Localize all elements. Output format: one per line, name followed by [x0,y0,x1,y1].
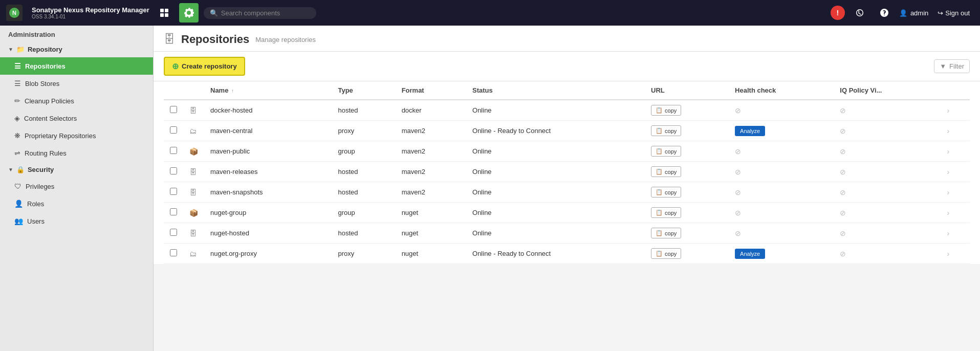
row-checkbox[interactable] [170,106,177,113]
row-checkbox[interactable] [170,188,177,195]
col-status[interactable]: Status [466,81,645,100]
settings-icon-btn[interactable] [179,3,199,23]
copy-icon: 📋 [656,168,663,175]
sidebar-item-cleanup-policies[interactable]: ✏ Cleanup Policies [0,92,153,109]
copy-url-button[interactable]: 📋 copy [651,248,681,259]
row-status: Online [466,141,645,162]
svg-text:N: N [12,10,16,16]
user-section[interactable]: 👤 admin [899,9,928,17]
copy-url-button[interactable]: 📋 copy [651,146,681,157]
row-name: nuget-group [204,203,332,223]
row-expand-icon[interactable]: › [947,147,949,156]
row-type: hosted [332,100,395,121]
row-chevron-cell: › [941,121,970,141]
analyze-button[interactable]: Analyze [735,126,765,136]
row-expand-icon[interactable]: › [947,250,949,258]
row-health-check: Analyze [729,121,834,141]
row-expand-icon[interactable]: › [947,209,949,217]
row-status: Online [466,100,645,121]
sidebar-group-repository[interactable]: ▼ 📁 Repository [0,41,153,57]
create-repository-button[interactable]: ⊕ Create repository [164,57,245,76]
page-subtitle: Manage repositories [255,36,316,43]
filter-box[interactable]: ▼ Filter [934,59,970,73]
search-icon: 🔍 [210,9,218,17]
col-name[interactable]: Name ↑ [204,81,332,100]
row-type: group [332,141,395,162]
sidebar-item-label: Repositories [25,62,66,70]
sidebar-item-content-selectors[interactable]: ◈ Content Selectors [0,109,153,127]
row-health-check: ⊘ [729,141,834,162]
copy-url-button[interactable]: 📋 copy [651,228,681,238]
repo-type-icon: 🗄 [189,229,197,237]
repo-type-icon: 🗂 [189,127,197,135]
signout-btn[interactable]: ↪ Sign out [933,7,974,19]
copy-url-button[interactable]: 📋 copy [651,125,681,136]
row-checkbox[interactable] [170,229,177,236]
row-chevron-cell: › [941,203,970,223]
row-checkbox[interactable] [170,167,177,174]
row-iq-policy: ⊘ [834,223,941,244]
svg-rect-2 [160,9,164,12]
plus-icon: ⊕ [172,61,179,71]
sidebar-group-security[interactable]: ▼ 🔒 Security [0,162,153,178]
copy-url-button[interactable]: 📋 copy [651,166,681,177]
row-health-check: ⊘ [729,223,834,244]
row-iq-policy: ⊘ [834,162,941,182]
sidebar-group-label: Repository [28,46,62,53]
col-type[interactable]: Type [332,81,395,100]
row-expand-icon[interactable]: › [947,188,949,196]
sidebar-item-privileges[interactable]: 🛡 Privileges [0,178,153,195]
row-checkbox[interactable] [170,126,177,134]
repositories-icon: ☰ [14,62,21,70]
row-expand-icon[interactable]: › [947,106,949,115]
col-format[interactable]: Format [396,81,466,100]
copy-url-button[interactable]: 📋 copy [651,187,681,198]
admin-section-header: Administration [0,26,153,41]
help-icon-btn[interactable] [875,3,894,23]
copy-icon: 📋 [656,230,663,236]
row-checkbox[interactable] [170,249,177,256]
row-type: group [332,203,395,223]
table-header-row: Name ↑ Type Format Status URL Health che… [164,81,970,100]
sidebar-item-users[interactable]: 👥 Users [0,212,153,230]
row-expand-icon[interactable]: › [947,229,949,237]
col-actions [941,81,970,100]
analyze-button[interactable]: Analyze [735,249,765,259]
row-icon-cell: 📦 [183,203,204,223]
page-title: Repositories [181,33,249,46]
row-icon-cell: 📦 [183,141,204,162]
copy-url-button[interactable]: 📋 copy [651,207,681,218]
sidebar-item-proprietary-repos[interactable]: ❋ Proprietary Repositories [0,127,153,144]
na-icon: ⊘ [735,229,741,237]
row-chevron-cell: › [941,100,970,121]
sidebar-item-repositories[interactable]: ☰ Repositories [0,57,153,75]
sidebar-item-routing-rules[interactable]: ⇌ Routing Rules [0,144,153,162]
row-iq-policy: ⊘ [834,182,941,203]
na-icon: ⊘ [735,106,741,115]
copy-url-button[interactable]: 📋 copy [651,105,681,116]
sidebar-item-roles[interactable]: 👤 Roles [0,195,153,212]
main-layout: Administration ▼ 📁 Repository ☰ Reposito… [0,26,980,351]
row-icon-cell: 🗄 [183,162,204,182]
sidebar-item-label: Privileges [26,183,54,190]
sidebar-item-label: Roles [27,200,44,208]
repositories-table: Name ↑ Type Format Status URL Health che… [164,81,970,264]
sidebar-item-blob-stores[interactable]: ☰ Blob Stores [0,75,153,92]
alert-icon[interactable]: ! [831,6,845,20]
svg-rect-3 [165,9,168,12]
row-icon-cell: 🗂 [183,121,204,141]
browse-icon-btn[interactable] [155,3,174,23]
row-expand-icon[interactable]: › [947,127,949,135]
row-url: 📋 copy [645,100,729,121]
row-checkbox-cell [164,141,183,162]
row-checkbox[interactable] [170,208,177,215]
refresh-icon-btn[interactable] [850,3,869,23]
row-expand-icon[interactable]: › [947,168,949,176]
row-type: proxy [332,244,395,264]
row-type: hosted [332,182,395,203]
row-format: maven2 [396,162,466,182]
row-name: maven-central [204,121,332,141]
row-checkbox[interactable] [170,147,177,154]
search-input[interactable] [221,9,303,17]
copy-icon: 📋 [656,107,663,114]
